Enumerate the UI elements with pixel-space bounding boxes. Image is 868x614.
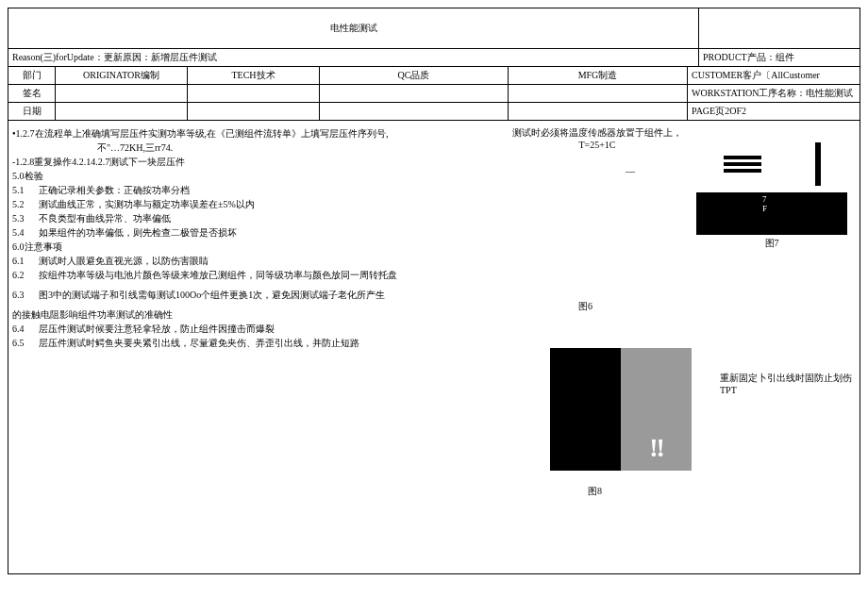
- s54: 如果组件的功率偏低，则先检查二极管是否损坏: [39, 225, 237, 240]
- fig6-dash: —: [626, 166, 635, 176]
- p127b: 不"…72KH,三rr74.: [12, 141, 456, 155]
- fig8-diagram: !!: [550, 348, 692, 471]
- fig7-bar-icon: [815, 142, 821, 186]
- date-mfg: [509, 103, 688, 120]
- fig7-label: 图7: [696, 237, 847, 250]
- sign-orig: [56, 85, 188, 102]
- s53: 不良类型有曲线异常、功率偏低: [39, 211, 171, 225]
- date-orig: [56, 103, 188, 120]
- s63n: 6.3: [12, 288, 39, 302]
- sign-qc: [320, 85, 509, 102]
- page-label: PAGE页2OF2: [688, 103, 858, 120]
- fig7-f: F: [762, 204, 767, 213]
- fig6-label: 图6: [578, 300, 593, 313]
- fig7-num: 7: [762, 194, 767, 204]
- s51: 正确记录相关参数：正确按功率分档: [39, 183, 190, 197]
- reason-text: Reason(三)forUpdate：更新原因：新增层压件测试: [8, 49, 699, 66]
- sign-mfg: [509, 85, 688, 102]
- tech-label: TECH技术: [188, 67, 320, 84]
- s65n: 6.5: [12, 336, 39, 350]
- s62n: 6.2: [12, 268, 39, 282]
- sign-tech: [188, 85, 320, 102]
- fig7-lines-icon: [724, 156, 761, 173]
- date-qc: [320, 103, 509, 120]
- mfg-label: MFG制造: [509, 67, 688, 84]
- s52: 测试曲线正常，实测功率与额定功率误差在±5%以内: [39, 197, 255, 211]
- title-right-empty: [699, 8, 860, 48]
- fig8-black-panel: [550, 348, 621, 471]
- s65: 层压件测试时鳄鱼夹要夹紧引出线，尽量避免夹伤、弄歪引出线，并防止短路: [39, 336, 359, 350]
- s63: 图3中的测试端子和引线需每测试100Oo个组件更换1次，避免因测试端子老化所产生: [39, 288, 385, 302]
- page-title: 电性能测试: [8, 8, 699, 48]
- s51n: 5.1: [12, 183, 39, 197]
- product-text: PRODUCT产品：组件: [699, 49, 860, 66]
- qc-label: QC品质: [320, 67, 509, 84]
- s64: 层压件测试时候要注意轻拿轻放，防止组件因撞击而爆裂: [39, 322, 275, 336]
- s53n: 5.3: [12, 211, 39, 225]
- s61: 测试时人眼避免直视光源，以防伤害眼睛: [39, 254, 209, 268]
- s64n: 6.4: [12, 322, 39, 336]
- fig8-note: 重新固定卜引出线时固防止划伤TPT: [720, 372, 852, 395]
- workstation-label: WORKSTATION工序名称：电性能测试: [688, 85, 858, 102]
- fig7-diagram: 7 F 图7: [696, 136, 847, 250]
- dept-label: 部门: [8, 67, 56, 84]
- p127: •1.2.7在流程单上准确填写层压件实测功率等级,在《已测组件流转单》上填写层压…: [12, 126, 456, 141]
- s60: 6.0注意事项: [12, 240, 456, 254]
- s50: 5.0检验: [12, 169, 456, 183]
- s63b: 的接触电阻影响组件功率测试的准确性: [12, 307, 456, 322]
- sign-label: 签名: [8, 85, 56, 102]
- s62: 按组件功率等级与电池片颜色等级来堆放已测组件，同等级功率与颜色放同一周转托盘: [39, 268, 397, 282]
- s52n: 5.2: [12, 197, 39, 211]
- p128: -1.2.8重复操作4.2.14.2.7测试下一块层压件: [12, 155, 456, 169]
- fig8-label: 图8: [588, 485, 602, 498]
- customer-label: CUSTOMER客户〔AllCustomer: [688, 67, 858, 84]
- s61n: 6.1: [12, 254, 39, 268]
- date-label: 日期: [8, 103, 56, 120]
- s54n: 5.4: [12, 225, 39, 240]
- fig6-note: 测试时必须将温度传感器放置于组件上，T=25+1C: [512, 126, 682, 150]
- fig8-dots-icon: !!: [649, 433, 663, 463]
- date-tech: [188, 103, 320, 120]
- fig8-gray-panel: !!: [621, 348, 692, 471]
- body-text: •1.2.7在流程单上准确填写层压件实测功率等级,在《已测组件流转单》上填写层压…: [12, 126, 456, 555]
- originator-label: ORIGINATOR编制: [56, 67, 188, 84]
